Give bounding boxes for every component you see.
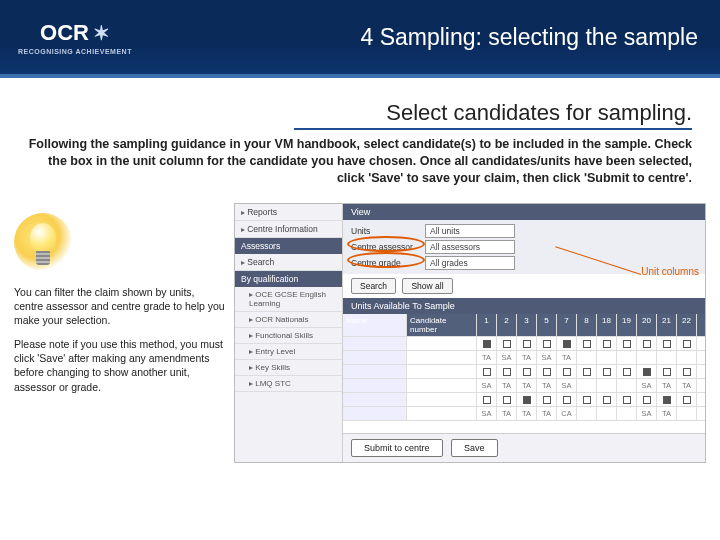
save-button[interactable]: Save: [451, 439, 498, 457]
cell-name: [343, 337, 407, 350]
col-unit: 3: [517, 314, 537, 336]
unit-checkbox[interactable]: [683, 340, 691, 348]
sidebar-qual[interactable]: Functional Skills: [235, 328, 342, 344]
unit-checkbox[interactable]: [523, 340, 531, 348]
cell-grade: TA: [557, 351, 577, 364]
cell-grade: [597, 407, 617, 420]
unit-checkbox[interactable]: [663, 340, 671, 348]
unit-checkbox[interactable]: [683, 368, 691, 376]
side-note-save: Please note if you use this method, you …: [14, 337, 226, 394]
cell-grade: TA: [477, 351, 497, 364]
unit-checkbox[interactable]: [603, 396, 611, 404]
cell-grade: SA: [637, 407, 657, 420]
unit-checkbox[interactable]: [583, 396, 591, 404]
slide-title: 4 Sampling: selecting the sample: [132, 24, 720, 51]
unit-checkbox[interactable]: [503, 396, 511, 404]
unit-checkbox[interactable]: [603, 340, 611, 348]
unit-checkbox[interactable]: [563, 368, 571, 376]
sidebar-qual[interactable]: OCE GCSE English Learning: [235, 287, 342, 312]
search-button[interactable]: Search: [351, 278, 396, 294]
grade-label: Centre grade: [351, 258, 425, 268]
unit-checkbox[interactable]: [483, 368, 491, 376]
sidebar-qual[interactable]: OCR Nationals: [235, 312, 342, 328]
instruction-text: Following the sampling guidance in your …: [28, 136, 692, 187]
col-candidate: Candidate number: [407, 314, 477, 336]
unit-checkbox[interactable]: [543, 340, 551, 348]
unit-checkbox[interactable]: [583, 368, 591, 376]
unit-checkbox[interactable]: [623, 340, 631, 348]
cell-grade: TA: [517, 379, 537, 392]
cell-grade: TA: [537, 407, 557, 420]
lightbulb-icon: [14, 207, 66, 277]
divider: [294, 128, 692, 130]
unit-checkbox[interactable]: [563, 396, 571, 404]
unit-checkbox[interactable]: [623, 396, 631, 404]
unit-checkbox[interactable]: [483, 340, 491, 348]
unit-checkbox[interactable]: [603, 368, 611, 376]
unit-checkbox[interactable]: [523, 368, 531, 376]
col-unit: 1: [477, 314, 497, 336]
sidebar-item[interactable]: Search: [235, 254, 342, 271]
cell-grade: TA: [517, 407, 537, 420]
col-unit: 18: [597, 314, 617, 336]
unit-checkbox[interactable]: [503, 340, 511, 348]
units-label: Units: [351, 226, 425, 236]
assessor-label: Centre assessor: [351, 242, 425, 252]
cell-cand: [407, 337, 477, 350]
cell-grade: [677, 407, 697, 420]
unit-checkbox[interactable]: [683, 396, 691, 404]
cell-grade: SA: [497, 351, 517, 364]
cell-name: [343, 365, 407, 378]
unit-checkbox[interactable]: [583, 340, 591, 348]
cell-grade: TA: [517, 351, 537, 364]
cell-grade: [617, 351, 637, 364]
side-note-filter: You can filter the claim shown by units,…: [14, 285, 226, 328]
unit-checkbox[interactable]: [643, 368, 651, 376]
logo-subtitle: RECOGNISING ACHIEVEMENT: [18, 48, 132, 55]
unit-checkbox[interactable]: [483, 396, 491, 404]
sidebar-qual[interactable]: Key Skills: [235, 360, 342, 376]
app-sidebar: Reports Centre Information Assessors Sea…: [235, 204, 343, 462]
cell-grade: [597, 351, 617, 364]
ocr-logo: OCR ✶ RECOGNISING ACHIEVEMENT: [18, 20, 132, 55]
unit-checkbox[interactable]: [543, 396, 551, 404]
unit-checkbox[interactable]: [503, 368, 511, 376]
app-screenshot: Reports Centre Information Assessors Sea…: [234, 203, 706, 463]
sidebar-qual[interactable]: LMQ STC: [235, 376, 342, 392]
col-unit: 5: [537, 314, 557, 336]
unit-checkbox[interactable]: [623, 368, 631, 376]
cell-grade: [637, 351, 657, 364]
sidebar-item[interactable]: Reports: [235, 204, 342, 221]
sidebar-qual[interactable]: Entry Level: [235, 344, 342, 360]
col-unit: 7: [557, 314, 577, 336]
sidebar-item[interactable]: Centre Information: [235, 221, 342, 238]
cell-blank: [343, 351, 407, 364]
assessor-select[interactable]: All assessors: [425, 240, 515, 254]
sidebar-header: By qualification: [235, 271, 342, 287]
cell-grade: TA: [497, 407, 517, 420]
unit-checkbox[interactable]: [663, 368, 671, 376]
grade-select[interactable]: All grades: [425, 256, 515, 270]
col-unit: 20: [637, 314, 657, 336]
cell-name: [343, 393, 407, 406]
unit-checkbox[interactable]: [523, 396, 531, 404]
section-subtitle: Select candidates for sampling.: [28, 100, 692, 126]
cell-blank: [407, 379, 477, 392]
cell-cand: [407, 365, 477, 378]
units-select[interactable]: All units: [425, 224, 515, 238]
unit-checkbox[interactable]: [663, 396, 671, 404]
cell-grade: TA: [657, 407, 677, 420]
unit-checkbox[interactable]: [643, 396, 651, 404]
unit-checkbox[interactable]: [563, 340, 571, 348]
col-unit: 8: [577, 314, 597, 336]
cell-grade: TA: [677, 379, 697, 392]
col-unit: 2: [497, 314, 517, 336]
showall-button[interactable]: Show all: [402, 278, 452, 294]
cell-grade: [617, 379, 637, 392]
unit-checkbox[interactable]: [543, 368, 551, 376]
unit-checkbox[interactable]: [643, 340, 651, 348]
submit-button[interactable]: Submit to centre: [351, 439, 443, 457]
view-bar: View: [343, 204, 705, 220]
cell-grade: TA: [497, 379, 517, 392]
cell-grade: TA: [657, 379, 677, 392]
